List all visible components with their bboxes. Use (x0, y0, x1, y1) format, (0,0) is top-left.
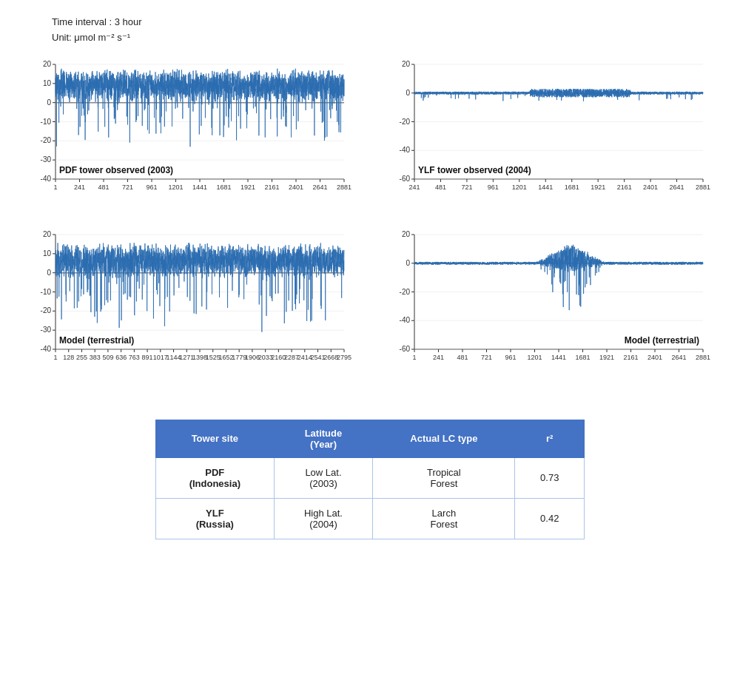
col-r2: r² (515, 420, 585, 457)
cell-lc-type: TropicalForest (373, 457, 515, 498)
cell-latitude: High Lat.(2004) (274, 498, 373, 539)
cell-r2: 0.42 (515, 498, 585, 539)
cell-lc-type: LarchForest (373, 498, 515, 539)
chart1-container (22, 57, 359, 220)
chart4-container (381, 227, 718, 390)
chart2-container (381, 57, 718, 220)
col-lc-type: Actual LC type (373, 420, 515, 457)
table-body: PDF(Indonesia)Low Lat.(2003)TropicalFore… (156, 457, 585, 539)
chart4-canvas (381, 227, 714, 390)
chart1-canvas (22, 57, 355, 220)
chart3-container (22, 227, 359, 390)
cell-latitude: Low Lat.(2003) (274, 457, 373, 498)
col-tower-site: Tower site (156, 420, 275, 457)
cell-tower-site: PDF(Indonesia) (156, 457, 275, 498)
table-row: YLF(Russia)High Lat.(2004)LarchForest0.4… (156, 498, 585, 539)
table-header-row: Tower site Latitude(Year) Actual LC type… (156, 420, 585, 457)
cell-r2: 0.73 (515, 457, 585, 498)
chart2-canvas (381, 57, 714, 220)
charts-grid (22, 57, 718, 390)
cell-tower-site: YLF(Russia) (156, 498, 275, 539)
header-info: Time interval : 3 hour Unit: μmol m⁻² s⁻… (52, 15, 718, 46)
page-container: Time interval : 3 hour Unit: μmol m⁻² s⁻… (0, 0, 740, 554)
col-latitude: Latitude(Year) (274, 420, 373, 457)
summary-table: Tower site Latitude(Year) Actual LC type… (155, 420, 585, 539)
table-section: Tower site Latitude(Year) Actual LC type… (22, 420, 718, 539)
unit-label: Unit: μmol m⁻² s⁻¹ (52, 30, 718, 46)
chart3-canvas (22, 227, 355, 390)
table-row: PDF(Indonesia)Low Lat.(2003)TropicalFore… (156, 457, 585, 498)
time-interval-label: Time interval : 3 hour (52, 15, 718, 30)
